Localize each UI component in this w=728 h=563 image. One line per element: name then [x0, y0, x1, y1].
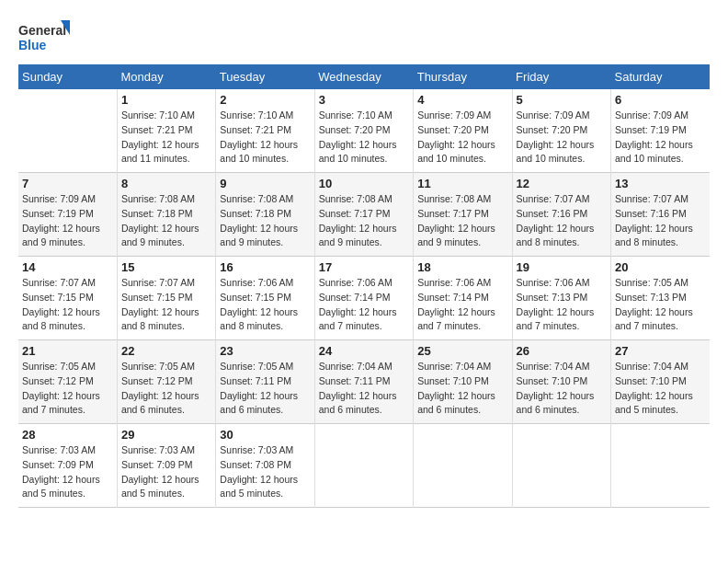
day-cell: 19Sunrise: 7:06 AM Sunset: 7:13 PM Dayli…: [512, 257, 610, 340]
day-cell: 27Sunrise: 7:04 AM Sunset: 7:10 PM Dayli…: [611, 340, 710, 424]
day-cell: 13Sunrise: 7:07 AM Sunset: 7:16 PM Dayli…: [611, 173, 710, 257]
day-number: 15: [121, 260, 211, 274]
day-number: 26: [517, 344, 607, 358]
day-number: 19: [517, 260, 607, 274]
day-info: Sunrise: 7:04 AM Sunset: 7:10 PM Dayligh…: [517, 360, 607, 418]
day-cell: 7Sunrise: 7:09 AM Sunset: 7:19 PM Daylig…: [18, 173, 117, 257]
day-cell: 22Sunrise: 7:05 AM Sunset: 7:12 PM Dayli…: [117, 340, 215, 424]
day-info: Sunrise: 7:09 AM Sunset: 7:19 PM Dayligh…: [615, 109, 706, 167]
day-info: Sunrise: 7:09 AM Sunset: 7:19 PM Dayligh…: [22, 192, 113, 250]
day-number: 13: [615, 177, 706, 190]
day-info: Sunrise: 7:09 AM Sunset: 7:20 PM Dayligh…: [417, 109, 507, 167]
logo: GeneralBlue: [18, 18, 74, 55]
day-info: Sunrise: 7:04 AM Sunset: 7:10 PM Dayligh…: [615, 360, 706, 418]
day-cell: 4Sunrise: 7:09 AM Sunset: 7:20 PM Daylig…: [414, 89, 512, 173]
day-info: Sunrise: 7:08 AM Sunset: 7:17 PM Dayligh…: [417, 192, 507, 250]
day-number: 7: [22, 177, 113, 190]
day-cell: 25Sunrise: 7:04 AM Sunset: 7:10 PM Dayli…: [414, 340, 512, 424]
calendar-table: SundayMondayTuesdayWednesdayThursdayFrid…: [18, 64, 710, 508]
day-number: 12: [517, 177, 607, 190]
day-cell: 9Sunrise: 7:08 AM Sunset: 7:18 PM Daylig…: [216, 173, 314, 257]
column-header-saturday: Saturday: [611, 64, 710, 89]
day-info: Sunrise: 7:06 AM Sunset: 7:14 PM Dayligh…: [417, 276, 507, 334]
day-info: Sunrise: 7:03 AM Sunset: 7:09 PM Dayligh…: [22, 443, 113, 501]
column-header-tuesday: Tuesday: [216, 64, 314, 89]
column-header-monday: Monday: [117, 64, 215, 89]
day-number: 25: [417, 344, 507, 358]
day-info: Sunrise: 7:07 AM Sunset: 7:16 PM Dayligh…: [615, 192, 706, 250]
svg-text:General: General: [18, 23, 66, 38]
day-number: 22: [121, 344, 211, 358]
day-number: 3: [319, 93, 409, 107]
day-cell: 30Sunrise: 7:03 AM Sunset: 7:08 PM Dayli…: [216, 424, 314, 508]
day-number: 29: [121, 428, 211, 442]
day-info: Sunrise: 7:07 AM Sunset: 7:16 PM Dayligh…: [517, 192, 607, 250]
day-cell: 21Sunrise: 7:05 AM Sunset: 7:12 PM Dayli…: [18, 340, 117, 424]
day-number: 2: [220, 93, 310, 107]
header-row: SundayMondayTuesdayWednesdayThursdayFrid…: [18, 64, 710, 89]
day-info: Sunrise: 7:04 AM Sunset: 7:10 PM Dayligh…: [417, 360, 507, 418]
day-number: 16: [220, 260, 310, 274]
day-number: 6: [615, 93, 706, 107]
day-cell: 17Sunrise: 7:06 AM Sunset: 7:14 PM Dayli…: [314, 257, 413, 340]
day-number: 27: [615, 344, 706, 358]
day-number: 10: [319, 177, 409, 190]
day-cell: 1Sunrise: 7:10 AM Sunset: 7:21 PM Daylig…: [117, 89, 215, 173]
day-info: Sunrise: 7:06 AM Sunset: 7:14 PM Dayligh…: [319, 276, 409, 334]
day-cell: [611, 424, 710, 508]
day-info: Sunrise: 7:08 AM Sunset: 7:17 PM Dayligh…: [319, 192, 409, 250]
day-cell: 15Sunrise: 7:07 AM Sunset: 7:15 PM Dayli…: [117, 257, 215, 340]
week-row-5: 28Sunrise: 7:03 AM Sunset: 7:09 PM Dayli…: [18, 424, 710, 508]
day-cell: 6Sunrise: 7:09 AM Sunset: 7:19 PM Daylig…: [611, 89, 710, 173]
day-info: Sunrise: 7:10 AM Sunset: 7:20 PM Dayligh…: [319, 109, 409, 167]
day-cell: 20Sunrise: 7:05 AM Sunset: 7:13 PM Dayli…: [611, 257, 710, 340]
day-info: Sunrise: 7:06 AM Sunset: 7:15 PM Dayligh…: [220, 276, 310, 334]
week-row-4: 21Sunrise: 7:05 AM Sunset: 7:12 PM Dayli…: [18, 340, 710, 424]
day-info: Sunrise: 7:09 AM Sunset: 7:20 PM Dayligh…: [517, 109, 607, 167]
day-info: Sunrise: 7:03 AM Sunset: 7:08 PM Dayligh…: [220, 443, 310, 501]
day-cell: 12Sunrise: 7:07 AM Sunset: 7:16 PM Dayli…: [512, 173, 610, 257]
column-header-wednesday: Wednesday: [314, 64, 413, 89]
day-number: 1: [121, 93, 211, 107]
day-cell: 26Sunrise: 7:04 AM Sunset: 7:10 PM Dayli…: [512, 340, 610, 424]
day-cell: [18, 89, 117, 173]
day-info: Sunrise: 7:03 AM Sunset: 7:09 PM Dayligh…: [121, 443, 211, 501]
day-cell: 14Sunrise: 7:07 AM Sunset: 7:15 PM Dayli…: [18, 257, 117, 340]
column-header-thursday: Thursday: [414, 64, 512, 89]
day-info: Sunrise: 7:04 AM Sunset: 7:11 PM Dayligh…: [319, 360, 409, 418]
day-cell: 16Sunrise: 7:06 AM Sunset: 7:15 PM Dayli…: [216, 257, 314, 340]
day-number: 21: [22, 344, 113, 358]
day-cell: 5Sunrise: 7:09 AM Sunset: 7:20 PM Daylig…: [512, 89, 610, 173]
day-cell: [314, 424, 413, 508]
day-number: 11: [417, 177, 507, 190]
day-info: Sunrise: 7:10 AM Sunset: 7:21 PM Dayligh…: [220, 109, 310, 167]
column-header-friday: Friday: [512, 64, 610, 89]
column-header-sunday: Sunday: [18, 64, 117, 89]
day-info: Sunrise: 7:10 AM Sunset: 7:21 PM Dayligh…: [121, 109, 211, 167]
week-row-1: 1Sunrise: 7:10 AM Sunset: 7:21 PM Daylig…: [18, 89, 710, 173]
day-cell: 3Sunrise: 7:10 AM Sunset: 7:20 PM Daylig…: [314, 89, 413, 173]
day-number: 17: [319, 260, 409, 274]
day-info: Sunrise: 7:05 AM Sunset: 7:12 PM Dayligh…: [22, 360, 113, 418]
day-info: Sunrise: 7:06 AM Sunset: 7:13 PM Dayligh…: [517, 276, 607, 334]
day-cell: 24Sunrise: 7:04 AM Sunset: 7:11 PM Dayli…: [314, 340, 413, 424]
day-info: Sunrise: 7:07 AM Sunset: 7:15 PM Dayligh…: [22, 276, 113, 334]
day-number: 5: [517, 93, 607, 107]
day-info: Sunrise: 7:08 AM Sunset: 7:18 PM Dayligh…: [121, 192, 211, 250]
day-info: Sunrise: 7:07 AM Sunset: 7:15 PM Dayligh…: [121, 276, 211, 334]
week-row-3: 14Sunrise: 7:07 AM Sunset: 7:15 PM Dayli…: [18, 257, 710, 340]
day-number: 20: [615, 260, 706, 274]
day-number: 8: [121, 177, 211, 190]
day-info: Sunrise: 7:05 AM Sunset: 7:13 PM Dayligh…: [615, 276, 706, 334]
day-info: Sunrise: 7:05 AM Sunset: 7:11 PM Dayligh…: [220, 360, 310, 418]
logo-svg: GeneralBlue: [18, 18, 74, 55]
day-cell: 18Sunrise: 7:06 AM Sunset: 7:14 PM Dayli…: [414, 257, 512, 340]
day-cell: 2Sunrise: 7:10 AM Sunset: 7:21 PM Daylig…: [216, 89, 314, 173]
svg-text:Blue: Blue: [18, 38, 47, 52]
day-cell: 10Sunrise: 7:08 AM Sunset: 7:17 PM Dayli…: [314, 173, 413, 257]
day-number: 18: [417, 260, 507, 274]
day-number: 9: [220, 177, 310, 190]
day-number: 24: [319, 344, 409, 358]
day-cell: [512, 424, 610, 508]
day-info: Sunrise: 7:08 AM Sunset: 7:18 PM Dayligh…: [220, 192, 310, 250]
